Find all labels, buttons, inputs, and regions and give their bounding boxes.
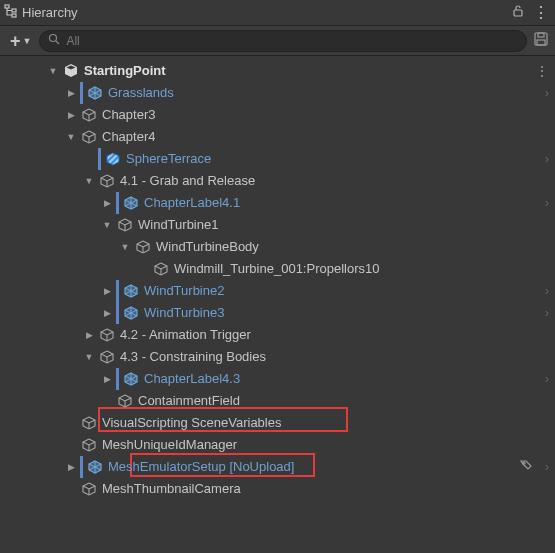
tree-row[interactable]: ▼Chapter4 [0,126,555,148]
row-label: Windmill_Turbine_001:Propellors10 [174,258,379,280]
tree-row[interactable]: ▶Grasslands› [0,82,555,104]
row-label: ChapterLabel4.1 [144,192,240,214]
row-label: WindTurbine3 [144,302,224,324]
expander-open-icon[interactable]: ▼ [64,126,78,148]
chevron-right-icon[interactable]: › [539,82,549,104]
prefab-bar [98,148,101,170]
expander-closed-icon[interactable]: ▶ [100,302,114,324]
expander-open-icon[interactable]: ▼ [118,236,132,258]
lock-icon[interactable] [511,4,525,21]
row-label: WindTurbine1 [138,214,218,236]
tree-row[interactable]: ▼4.3 - Constraining Bodies [0,346,555,368]
tree-row[interactable]: ▶ChapterLabel4.3› [0,368,555,390]
expander-closed-icon[interactable]: ▶ [64,104,78,126]
tree-row[interactable]: ▶MeshUniqueIdManager [0,434,555,456]
svg-rect-0 [5,5,9,8]
chevron-right-icon[interactable]: › [539,302,549,324]
menu-icon[interactable]: ⋮ [533,6,549,20]
chevron-right-icon[interactable]: › [539,192,549,214]
tree-row[interactable]: ▼4.1 - Grab and Release [0,170,555,192]
toolbar: + ▼ [0,26,555,56]
row-label: StartingPoint [84,60,166,82]
row-label: ContainmentField [138,390,240,412]
cube-icon [116,392,134,410]
svg-line-5 [56,41,59,44]
cube-icon [80,414,98,432]
tree-row[interactable]: ▶MeshThumbnailCamera [0,478,555,500]
panel-title-group: Hierarchy [4,4,503,21]
tree-row[interactable]: ▼WindTurbineBody [0,236,555,258]
row-label: Chapter3 [102,104,155,126]
row-label: Grasslands [108,82,174,104]
cube-icon [80,436,98,454]
svg-point-65 [523,462,525,464]
stripe-icon [104,150,122,168]
create-dropdown[interactable]: + ▼ [4,32,33,50]
prefab-bar [80,456,83,478]
tree-row[interactable]: ▶Chapter3 [0,104,555,126]
cube-icon [80,128,98,146]
row-label: MeshThumbnailCamera [102,478,241,500]
row-label: MeshUniqueIdManager [102,434,237,456]
tree-row[interactable]: ▶SphereTerrace› [0,148,555,170]
tree-row[interactable]: ▶4.2 - Animation Trigger [0,324,555,346]
prefab-icon [122,194,140,212]
expander-closed-icon[interactable]: ▶ [100,192,114,214]
prefab-icon [122,304,140,322]
svg-rect-8 [537,40,545,45]
tag-icon [519,456,539,478]
prefab-bar [116,368,119,390]
row-label: VisualScripting SceneVariables [102,412,281,434]
chevron-right-icon[interactable]: › [539,456,549,478]
panel-title: Hierarchy [22,5,78,20]
expander-closed-icon[interactable]: ▶ [100,368,114,390]
tree-row[interactable]: ▶VisualScripting SceneVariables [0,412,555,434]
tree-row[interactable]: ▼WindTurbine1 [0,214,555,236]
svg-rect-2 [12,14,16,17]
expander-open-icon[interactable]: ▼ [82,346,96,368]
panel-header: Hierarchy ⋮ [0,0,555,26]
expander-closed-icon[interactable]: ▶ [64,456,78,478]
prefab-bar [116,302,119,324]
row-label: MeshEmulatorSetup [NoUpload] [108,456,294,478]
save-search-icon[interactable] [533,31,549,50]
hierarchy-icon [4,4,18,21]
tree-row[interactable]: ▼StartingPoint⋮ [0,60,555,82]
dropdown-caret-icon: ▼ [23,36,32,46]
cube-icon [80,106,98,124]
prefab-bar [116,192,119,214]
chevron-right-icon[interactable]: › [539,280,549,302]
tree-row[interactable]: ▶Windmill_Turbine_001:Propellors10 [0,258,555,280]
prefab-icon [122,282,140,300]
scene-icon [62,62,80,80]
tree-row[interactable]: ▶MeshEmulatorSetup [NoUpload]› [0,456,555,478]
row-label: SphereTerrace [126,148,211,170]
svg-point-4 [50,35,57,42]
tree-row[interactable]: ▶ContainmentField [0,390,555,412]
cube-icon [134,238,152,256]
cube-icon [80,480,98,498]
tree-row[interactable]: ▶ChapterLabel4.1› [0,192,555,214]
tree-row[interactable]: ▶WindTurbine2› [0,280,555,302]
plus-icon: + [10,34,21,48]
expander-open-icon[interactable]: ▼ [82,170,96,192]
search-field[interactable] [39,30,527,52]
chevron-right-icon[interactable]: › [539,148,549,170]
scene-menu-icon[interactable]: ⋮ [529,60,549,82]
chevron-right-icon[interactable]: › [539,368,549,390]
expander-closed-icon[interactable]: ▶ [64,82,78,104]
prefab-icon [86,458,104,476]
cube-icon [98,326,116,344]
cube-icon [98,348,116,366]
svg-rect-7 [538,33,544,37]
row-label: 4.3 - Constraining Bodies [120,346,266,368]
expander-open-icon[interactable]: ▼ [46,60,60,82]
prefab-icon [86,84,104,102]
svg-rect-3 [514,10,522,16]
search-input[interactable] [66,34,518,48]
expander-closed-icon[interactable]: ▶ [82,324,96,346]
expander-closed-icon[interactable]: ▶ [100,280,114,302]
expander-open-icon[interactable]: ▼ [100,214,114,236]
search-icon [48,33,60,48]
tree-row[interactable]: ▶WindTurbine3› [0,302,555,324]
